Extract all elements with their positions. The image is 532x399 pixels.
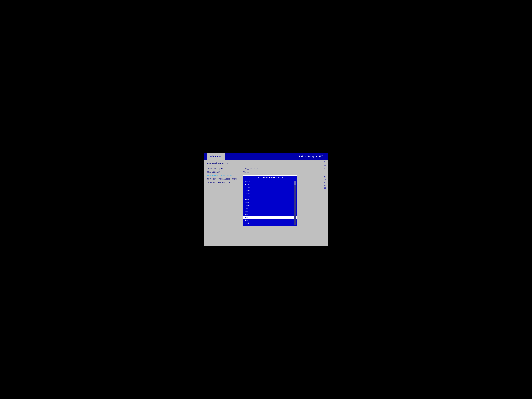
tab-advanced[interactable]: Advanced — [207, 153, 225, 160]
dropdown-option-80m[interactable]: 80M — [243, 198, 297, 201]
right-sidebar: Se +: ↓: nt /- 1: 2: 9: 10 SC — [322, 160, 328, 246]
bios-screen: Advanced Aptio Setup - AMI GFX Configura… — [204, 153, 328, 246]
igpu-value: [UMA_SPECIFIED] — [243, 168, 260, 170]
key-plus: +: — [324, 165, 326, 168]
dropdown-option-auto[interactable]: Auto — [243, 180, 297, 183]
dropdown-option-512m[interactable]: 512M — [243, 195, 297, 198]
tcon-label: TCON INSTANT ON LOGO — [207, 181, 230, 184]
dropdown-option-128m[interactable]: 128M — [243, 186, 297, 189]
key-slash: /- — [324, 173, 326, 176]
key-10: 10 — [324, 184, 326, 187]
dropdown-option-1g[interactable]: 1G — [243, 207, 297, 210]
bios-title: Aptio Setup - AMI — [299, 155, 323, 158]
menu-item-igpu[interactable]: iGPU Configuration — [207, 168, 319, 170]
dropdown-option-4g[interactable]: 4G — [243, 216, 297, 219]
dropdown-option-2g[interactable]: 2G — [243, 210, 297, 213]
dropdown-option-8g[interactable]: 8G — [243, 219, 297, 222]
dropdown-uma-framebuffer[interactable]: UMA Frame buffer Size Auto 64M 128M 256M… — [243, 175, 297, 226]
uma-version-label: UMA Version — [207, 171, 220, 173]
top-bar: Advanced Aptio Setup - AMI — [204, 153, 328, 160]
dropdown-title: UMA Frame buffer Size — [243, 176, 297, 180]
gpu-host-label: GPU Host Translation Cache — [207, 178, 237, 180]
key-sc: SC — [324, 187, 326, 190]
dropdown-option-96m[interactable]: 96M — [243, 201, 297, 204]
main-content: GFX Configuration iGPU Configuration UMA… — [204, 160, 328, 246]
dropdown-option-384m[interactable]: 384M — [243, 192, 297, 195]
key-nt: nt — [324, 170, 326, 173]
section-title: GFX Configuration — [207, 162, 319, 165]
menu-item-uma-version[interactable]: UMA Version — [207, 171, 319, 173]
dropdown-option-256m[interactable]: 256M — [243, 189, 297, 192]
dropdown-option-64m[interactable]: 64M — [243, 183, 297, 186]
dropdown-option-3g[interactable]: 3G — [243, 213, 297, 216]
dropdown-option-16g[interactable]: 16G — [243, 222, 297, 225]
uma-framebuffer-label: UMA Frame buffer Size — [207, 174, 232, 177]
left-panel: GFX Configuration iGPU Configuration UMA… — [204, 160, 322, 246]
key-1: 1: — [324, 176, 326, 179]
key-2: 2: — [324, 179, 326, 181]
scrollbar-thumb[interactable] — [294, 181, 296, 185]
scrollbar[interactable] — [294, 181, 296, 225]
dropdown-option-768m[interactable]: 768M — [243, 204, 297, 207]
uma-version-value: [Auto] — [243, 171, 260, 173]
sidebar-label: Se — [324, 161, 326, 163]
values-area: [UMA_SPECIFIED] [Auto] — [243, 168, 260, 175]
sidebar-keys: +: ↓: nt /- 1: 2: 9: 10 SC — [324, 164, 326, 190]
key-9: 9: — [324, 181, 326, 184]
igpu-label: iGPU Configuration — [207, 168, 228, 170]
key-down: ↓: — [324, 167, 326, 170]
